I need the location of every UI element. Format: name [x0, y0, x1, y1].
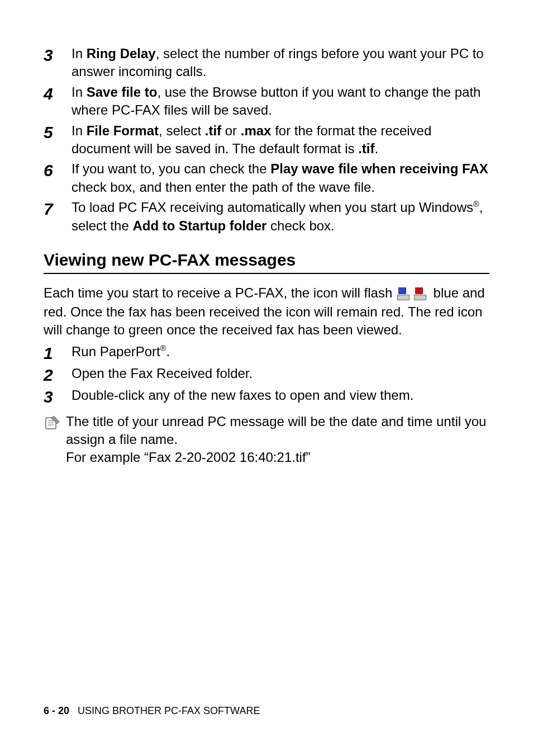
- text: To load PC FAX receiving automatically w…: [72, 200, 473, 215]
- bold-text: Add to Startup folder: [132, 218, 266, 233]
- bold-text: .max: [241, 123, 272, 138]
- step-number: 2: [44, 365, 72, 384]
- bold-text: .tif: [205, 123, 221, 138]
- text: Double-click any of the new faxes to ope…: [72, 388, 413, 403]
- fax-icon-blue-icon: [397, 287, 413, 302]
- text: check box.: [266, 218, 334, 233]
- step-5: 5 In File Format, select .tif or .max fo…: [44, 122, 489, 158]
- text: In: [72, 123, 87, 138]
- step-body: Run PaperPort®.: [72, 343, 489, 362]
- text: check box, and then enter the path of th…: [72, 179, 375, 195]
- page-footer: 6 - 20 USING BROTHER PC-FAX SOFTWARE: [44, 705, 260, 717]
- step-3: 3 In Ring Delay, select the number of ri…: [44, 45, 489, 81]
- step-body: Double-click any of the new faxes to ope…: [72, 386, 489, 406]
- numbered-steps-top: 3 In Ring Delay, select the number of ri…: [44, 45, 489, 235]
- intro-paragraph: Each time you start to receive a PC-FAX,…: [44, 284, 489, 339]
- step-number: 6: [44, 160, 72, 196]
- text: Each time you start to receive a PC-FAX,…: [44, 285, 396, 300]
- step-number: 4: [44, 83, 72, 120]
- text: Run PaperPort: [72, 344, 160, 359]
- view-step-2: 2 Open the Fax Received folder.: [44, 365, 489, 384]
- footer-title: USING BROTHER PC-FAX SOFTWARE: [78, 705, 260, 716]
- text: The title of your unread PC message will…: [66, 414, 486, 447]
- registered-mark: ®: [473, 200, 479, 209]
- text: or: [221, 123, 241, 138]
- text: , select: [159, 123, 205, 138]
- step-number: 5: [44, 122, 72, 158]
- text: In: [72, 84, 87, 100]
- text: For example “Fax 2-20-2002 16:40:21.tif”: [66, 450, 311, 465]
- fax-icon-red-icon: [414, 287, 430, 302]
- step-body: If you want to, you can check the Play w…: [72, 160, 489, 196]
- step-4: 4 In Save file to, use the Browse button…: [44, 83, 489, 120]
- bold-text: .tif: [358, 141, 374, 156]
- step-7: 7 To load PC FAX receiving automatically…: [44, 199, 489, 235]
- text: .: [374, 141, 378, 156]
- step-number: 3: [44, 45, 72, 81]
- step-body: In File Format, select .tif or .max for …: [72, 122, 489, 158]
- text: In: [72, 46, 87, 61]
- fax-tray-icons: [396, 285, 430, 303]
- view-step-1: 1 Run PaperPort®.: [44, 343, 489, 362]
- note-body: The title of your unread PC message will…: [66, 413, 489, 467]
- step-6: 6 If you want to, you can check the Play…: [44, 160, 489, 196]
- registered-mark: ®: [160, 344, 166, 353]
- text: Open the Fax Received folder.: [72, 366, 253, 381]
- numbered-steps-view: 1 Run PaperPort®. 2 Open the Fax Receive…: [44, 343, 489, 406]
- bold-text: Save file to: [87, 84, 158, 100]
- step-number: 7: [44, 199, 72, 235]
- note-icon: [44, 413, 66, 467]
- step-body: To load PC FAX receiving automatically w…: [72, 199, 489, 235]
- bold-text: Ring Delay: [87, 46, 156, 61]
- view-step-3: 3 Double-click any of the new faxes to o…: [44, 386, 489, 406]
- step-body: In Ring Delay, select the number of ring…: [72, 45, 489, 81]
- step-body: Open the Fax Received folder.: [72, 365, 489, 384]
- text: If you want to, you can check the: [72, 161, 270, 176]
- note-block: The title of your unread PC message will…: [44, 413, 489, 467]
- section-heading: Viewing new PC-FAX messages: [44, 251, 489, 274]
- step-body: In Save file to, use the Browse button i…: [72, 83, 489, 120]
- bold-text: Play wave file when receiving FAX: [270, 161, 488, 176]
- step-number: 1: [44, 343, 72, 362]
- page-number: 6 - 20: [44, 705, 69, 716]
- bold-text: File Format: [87, 123, 159, 138]
- step-number: 3: [44, 386, 72, 406]
- text: .: [166, 344, 170, 359]
